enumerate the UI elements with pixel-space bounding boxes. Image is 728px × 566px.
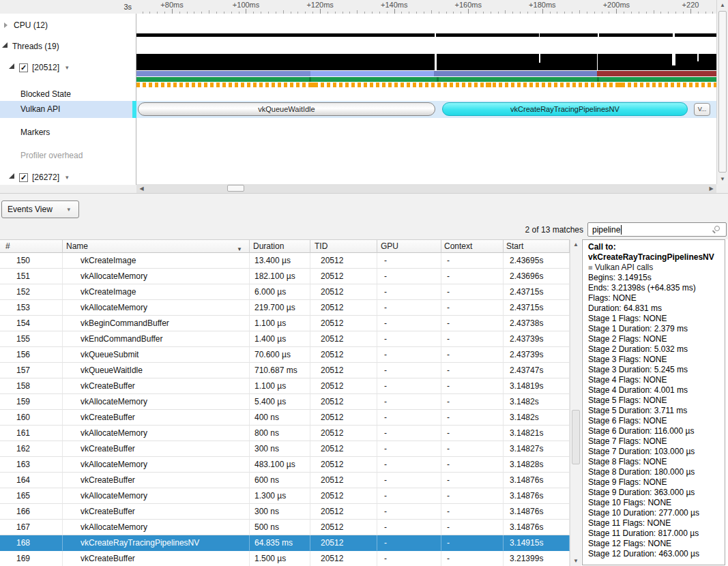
cell-start: 2.43695s — [504, 253, 570, 269]
scrollbar-thumb[interactable] — [227, 185, 244, 192]
table-row[interactable]: 156vkQueueSubmit70.600 µs20512--2.43739s — [0, 347, 570, 363]
sort-descending-icon: ▼ — [237, 243, 242, 253]
table-row[interactable]: 155vkEndCommandBuffer1.400 µs20512--2.43… — [0, 331, 570, 347]
table-row[interactable]: 159vkAllocateMemory5.400 µs20512--3.1482… — [0, 394, 570, 410]
table-row[interactable]: 151vkAllocateMemory182.100 µs20512--2.43… — [0, 269, 570, 284]
table-row[interactable]: 168vkCreateRayTracingPipelinesNV64.835 m… — [0, 535, 570, 551]
scrollbar-thumb[interactable] — [572, 410, 580, 464]
event-bar-vkcreateraytracingpipelinesnv[interactable]: vkCreateRayTracingPipelinesNV — [442, 102, 688, 116]
column-header-context[interactable]: Context — [441, 239, 504, 253]
detail-line: Flags: NONE — [588, 293, 722, 303]
sidebar-item-thread-20512[interactable]: ✓ [20512] ▾ — [9, 62, 69, 73]
expander-expanded-icon[interactable] — [2, 42, 8, 48]
table-row[interactable]: 167vkAllocateMemory500 ns20512--3.14876s — [0, 520, 570, 535]
table-row[interactable]: 153vkAllocateMemory219.700 µs20512--2.43… — [0, 300, 570, 316]
table-row[interactable]: 158vkCreateBuffer1.100 µs20512--3.14819s — [0, 378, 570, 394]
sidebar-item-threads[interactable]: Threads (19) — [2, 41, 59, 52]
thread-26272-checkbox[interactable]: ✓ — [19, 173, 28, 182]
cell-duration: 400 ns — [250, 410, 310, 426]
cell-id: 156 — [0, 347, 63, 363]
timeline-canvas[interactable]: vkQueueWaitIdle vkCreateRayTracingPipeli… — [136, 14, 716, 185]
cell-id: 161 — [0, 426, 63, 441]
cell-duration: 300 ns — [250, 441, 310, 457]
cell-name: vkCreateImage — [63, 253, 250, 269]
table-row[interactable]: 166vkCreateBuffer300 ns20512--3.14876s — [0, 504, 570, 520]
table-row[interactable]: 157vkQueueWaitIdle710.687 ms20512--2.437… — [0, 363, 570, 378]
event-overflow-button[interactable]: V... — [694, 103, 710, 116]
blocked-state-label: Blocked State — [20, 89, 71, 99]
event-bar-vkqueuewaitidle[interactable]: vkQueueWaitIdle — [138, 102, 435, 116]
table-row[interactable]: 165vkAllocateMemory1.300 µs20512--3.1487… — [0, 488, 570, 504]
column-header-duration[interactable]: Duration — [250, 239, 310, 253]
cell-tid: 20512 — [310, 504, 377, 520]
column-header-gpu[interactable]: GPU — [377, 239, 441, 253]
table-row[interactable]: 169vkCreateBuffer1.500 µs20512--3.21399s — [0, 551, 570, 566]
cell-duration: 13.400 µs — [250, 253, 310, 269]
thread-26272-label: [26272] — [32, 173, 59, 182]
timeline-vertical-scrollbar[interactable]: ▲ ▼ — [716, 0, 728, 184]
expander-expanded-icon[interactable] — [9, 173, 14, 179]
cell-name: vkQueueSubmit — [63, 347, 250, 363]
table-row[interactable]: 161vkAllocateMemory800 ns20512--3.14821s — [0, 426, 570, 441]
table-row[interactable]: 164vkCreateBuffer600 ns20512--3.14876s — [0, 473, 570, 488]
scroll-up-icon[interactable]: ▲ — [717, 1, 728, 10]
column-header-tid[interactable]: TID — [310, 239, 377, 253]
sidebar-item-cpu[interactable]: CPU (12) — [4, 20, 48, 31]
sidebar-item-profiler-overhead[interactable]: Profiler overhead — [20, 150, 83, 161]
view-selector-dropdown[interactable]: Events View ▾ — [1, 200, 79, 218]
table-row[interactable]: 150vkCreateImage13.400 µs20512--2.43695s — [0, 253, 570, 269]
cell-context: - — [441, 378, 504, 394]
scroll-left-icon[interactable]: ◀ — [137, 184, 146, 193]
expander-expanded-icon[interactable] — [9, 63, 14, 69]
markers-label: Markers — [20, 128, 50, 137]
event-details-panel: Call to: vkCreateRayTracingPipelinesNV ■… — [582, 239, 725, 565]
sidebar-item-thread-26272[interactable]: ✓ [26272] ▾ — [9, 172, 69, 183]
cell-duration: 219.700 µs — [250, 300, 310, 316]
thread-options-dropdown-icon[interactable]: ▾ — [65, 64, 69, 71]
column-header-start[interactable]: Start — [504, 239, 570, 253]
table-row[interactable]: 152vkCreateImage6.000 µs20512--2.43715s — [0, 284, 570, 300]
scroll-up-icon[interactable]: ▲ — [570, 240, 581, 249]
cell-start: 2.43739s — [504, 347, 570, 363]
cell-duration: 5.400 µs — [250, 394, 310, 410]
cell-tid: 20512 — [310, 394, 377, 410]
timeline-horizontal-scrollbar[interactable]: ◀ ▶ — [136, 184, 716, 193]
sidebar-item-blocked-state[interactable]: Blocked State — [20, 89, 71, 100]
cell-name: vkCreateBuffer — [63, 441, 250, 457]
timeline-ruler-strip: 3s +80ms+100ms+120ms+140ms+160ms+180ms+2… — [0, 0, 728, 14]
column-header-index[interactable]: # — [0, 239, 63, 253]
cell-gpu: - — [377, 520, 441, 535]
scroll-right-icon[interactable]: ▶ — [707, 184, 716, 193]
thread-20512-checkbox[interactable]: ✓ — [19, 63, 28, 72]
detail-line: Stage 3 Flags: NONE — [588, 355, 722, 365]
timeline-sidebar: CPU (12) Threads (19) ✓ [20512] ▾ Blocke… — [0, 14, 136, 185]
column-header-name[interactable]: Name ▼ — [63, 239, 250, 253]
markers-summary-bar — [136, 83, 716, 87]
scroll-down-icon[interactable]: ▼ — [717, 175, 728, 183]
table-row[interactable]: 163vkAllocateMemory483.100 µs20512--3.14… — [0, 457, 570, 473]
ruler-tick-label: +80ms — [160, 1, 183, 9]
timeline-ruler[interactable]: +80ms+100ms+120ms+140ms+160ms+180ms+200m… — [136, 0, 716, 14]
sidebar-item-markers[interactable]: Markers — [20, 127, 50, 138]
cell-id: 154 — [0, 316, 63, 331]
cell-id: 158 — [0, 378, 63, 394]
detail-line: Stage 11 Duration: 817.000 µs — [588, 528, 722, 539]
cell-gpu: - — [377, 551, 441, 566]
table-vertical-scrollbar[interactable]: ▲ ▼ — [570, 239, 581, 566]
cell-tid: 20512 — [310, 347, 377, 363]
detail-line: Stage 9 Flags: NONE — [588, 477, 722, 488]
table-row[interactable]: 154vkBeginCommandBuffer1.100 µs20512--2.… — [0, 316, 570, 331]
sidebar-item-vulkan-api[interactable]: Vulkan API — [20, 104, 60, 115]
scrollbar-thumb[interactable] — [718, 11, 727, 173]
cell-context: - — [441, 269, 504, 284]
scroll-down-icon[interactable]: ▼ — [570, 556, 581, 565]
cell-duration: 800 ns — [250, 426, 310, 441]
cell-gpu: - — [377, 269, 441, 284]
table-row[interactable]: 160vkCreateBuffer400 ns20512--3.1482s — [0, 410, 570, 426]
thread-options-dropdown-icon[interactable]: ▾ — [65, 174, 69, 181]
events-table-body: 150vkCreateImage13.400 µs20512--2.43695s… — [0, 253, 570, 566]
scrollbar-corner — [716, 184, 728, 193]
expander-collapsed-icon[interactable] — [4, 23, 8, 28]
table-row[interactable]: 162vkCreateBuffer300 ns20512--3.14827s — [0, 441, 570, 457]
search-input[interactable]: pipeline — [587, 222, 727, 237]
